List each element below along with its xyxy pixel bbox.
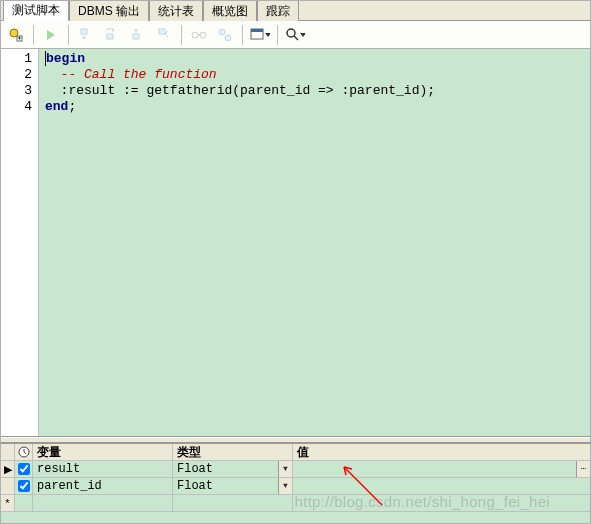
- svg-rect-3: [107, 34, 113, 39]
- checkbox-input[interactable]: [18, 480, 30, 492]
- step-over-button[interactable]: [101, 24, 123, 46]
- step-out-button[interactable]: [127, 24, 149, 46]
- tab-bar: 测试脚本 DBMS 输出 统计表 概览图 跟踪: [1, 1, 590, 21]
- window-list-button[interactable]: [249, 24, 271, 46]
- grid-row[interactable]: parent_id Float▼: [1, 478, 590, 495]
- tab-stats[interactable]: 统计表: [149, 0, 203, 21]
- svg-point-12: [287, 29, 295, 37]
- tab-profile[interactable]: 概览图: [203, 0, 257, 21]
- col-variable[interactable]: 变量: [33, 444, 173, 461]
- grid-row[interactable]: ▶ result Float▼ ⋯: [1, 461, 590, 478]
- grid-filler: [1, 512, 590, 524]
- run-to-cursor-button[interactable]: [153, 24, 175, 46]
- code-keyword: end: [45, 99, 68, 114]
- row-indicator-current-icon: ▶: [1, 461, 15, 478]
- svg-rect-11: [251, 29, 263, 32]
- svg-point-8: [219, 29, 225, 35]
- toolbar-separator: [181, 25, 182, 45]
- variables-grid: 变量 类型 值 ▶ result Float▼ ⋯ parent_id Floa…: [1, 443, 590, 524]
- row-indicator: [1, 478, 15, 495]
- browse-button[interactable]: ⋯: [576, 461, 590, 477]
- line-number: 4: [1, 99, 38, 115]
- grid-new-row[interactable]: *: [1, 495, 590, 512]
- header-check-icon: [15, 444, 33, 461]
- line-gutter: 1 2 3 4: [1, 49, 39, 436]
- svg-point-9: [225, 35, 231, 41]
- dropdown-arrow-icon[interactable]: ▼: [278, 478, 292, 494]
- step-into-button[interactable]: [75, 24, 97, 46]
- debug-toolbar: [1, 21, 590, 49]
- cell-type[interactable]: [173, 495, 293, 512]
- tab-script[interactable]: 测试脚本: [3, 0, 69, 21]
- svg-rect-2: [81, 29, 87, 34]
- cell-value[interactable]: ⋯: [293, 461, 590, 478]
- search-button[interactable]: [284, 24, 306, 46]
- cell-value[interactable]: [293, 478, 590, 495]
- col-value[interactable]: 值: [293, 444, 590, 461]
- create-button[interactable]: [5, 24, 27, 46]
- code-text: ;: [68, 99, 76, 114]
- svg-rect-5: [159, 29, 165, 34]
- toolbar-separator: [242, 25, 243, 45]
- cell-type[interactable]: Float▼: [173, 478, 293, 495]
- tab-dbms-output[interactable]: DBMS 输出: [69, 0, 149, 21]
- row-checkbox[interactable]: [15, 461, 33, 478]
- line-number: 2: [1, 67, 38, 83]
- checkbox-input[interactable]: [18, 463, 30, 475]
- editor-pane: 1 2 3 4 begin -- Call the function :resu…: [1, 49, 590, 437]
- code-statement: :result := getfatherid(parent_id => :par…: [61, 83, 435, 98]
- svg-point-6: [192, 32, 198, 38]
- row-checkbox[interactable]: [15, 478, 33, 495]
- row-indicator-new-icon: *: [1, 495, 15, 512]
- watch-button[interactable]: [188, 24, 210, 46]
- toolbar-separator: [33, 25, 34, 45]
- cell-variable-name[interactable]: [33, 495, 173, 512]
- breakpoints-button[interactable]: [214, 24, 236, 46]
- line-number: 1: [1, 51, 38, 67]
- cell-type[interactable]: Float▼: [173, 461, 293, 478]
- run-button[interactable]: [40, 24, 62, 46]
- row-indicator-header: [1, 444, 15, 461]
- col-type[interactable]: 类型: [173, 444, 293, 461]
- cell-variable-name[interactable]: result: [33, 461, 173, 478]
- code-comment: -- Call the function: [61, 67, 217, 82]
- svg-point-7: [200, 32, 206, 38]
- toolbar-separator: [277, 25, 278, 45]
- toolbar-separator: [68, 25, 69, 45]
- line-number: 3: [1, 83, 38, 99]
- svg-rect-4: [133, 34, 139, 39]
- grid-header: 变量 类型 值: [1, 444, 590, 461]
- code-keyword: begin: [46, 51, 85, 66]
- row-checkbox[interactable]: [15, 495, 33, 512]
- tab-trace[interactable]: 跟踪: [257, 0, 299, 21]
- cell-variable-name[interactable]: parent_id: [33, 478, 173, 495]
- cell-value[interactable]: [293, 495, 590, 512]
- code-editor[interactable]: begin -- Call the function :result := ge…: [39, 49, 590, 436]
- dropdown-arrow-icon[interactable]: ▼: [278, 461, 292, 477]
